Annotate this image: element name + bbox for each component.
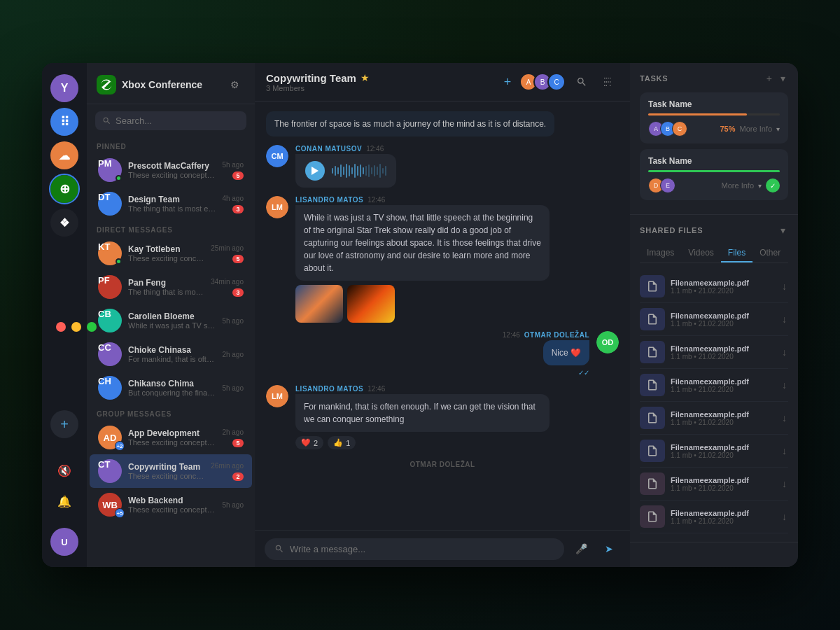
search-input[interactable]: [115, 115, 239, 126]
workspace-settings-button[interactable]: ⚙: [224, 74, 245, 95]
workspace-name: Xbox Conference: [97, 75, 202, 94]
message-sender-conan: CONAN MATUSOV: [295, 145, 362, 153]
shared-files-section: SHARED FILES ▾ Images Videos Files Other…: [630, 215, 798, 542]
chat-search-button[interactable]: [571, 71, 592, 92]
add-member-button[interactable]: +: [497, 71, 518, 92]
contact-item-chikanso[interactable]: CH Chikanso Chima But conquering the fin…: [90, 371, 252, 405]
file-name-5: Filenameexample.pdf: [671, 410, 775, 419]
audio-bubble[interactable]: [295, 154, 396, 188]
typing-indicator: OTMAR DOLEŽAL: [266, 458, 619, 471]
reaction-like[interactable]: 👍 1: [328, 436, 356, 449]
tasks-label: TASKS: [640, 74, 668, 83]
task-complete-icon-2: ✓: [766, 178, 780, 192]
search-bar[interactable]: [95, 111, 246, 130]
message-row-otmar: OD 12:46 OTMAR DOLEŽAL Nice ❤️ ✓✓: [266, 331, 619, 377]
contacts-header: Xbox Conference ⚙: [87, 63, 255, 104]
message-time-otmar: 12:46: [503, 331, 520, 339]
file-meta-4: 1.1 mb • 21.02.2020: [671, 386, 775, 393]
contact-badge-prescott: 5: [232, 172, 244, 180]
contact-item-copywriting[interactable]: CT Copywriting Team These exciting conce…: [90, 454, 252, 488]
chat-subtitle: 3 Members: [266, 84, 370, 92]
file-thumb-3: [640, 341, 665, 363]
search-icon: [102, 116, 111, 125]
message-bubble-lisandro-2: For mankind, that is often enough. If we…: [295, 394, 550, 432]
workspace-icon-xbox[interactable]: ⊕: [50, 175, 78, 203]
add-workspace-button[interactable]: +: [50, 410, 78, 438]
file-item-3: Filenameexample.pdf 1.1 mb • 21.02.2020 …: [640, 336, 788, 369]
more-info-button-2[interactable]: More Info: [722, 181, 754, 190]
contact-preview-prescott: These exciting concepts seem...: [128, 171, 216, 179]
bell-icon[interactable]: 🔔: [52, 489, 77, 514]
download-button-1[interactable]: ↓: [780, 279, 788, 293]
task-card-1: Task Name A B C 75% More Info ▾: [640, 92, 788, 144]
chat-filter-button[interactable]: [598, 71, 619, 92]
workspace-icon-y[interactable]: Y: [50, 74, 78, 102]
files-collapse-button[interactable]: ▾: [778, 223, 788, 237]
message-bubble-system: The frontier of space is as much a journ…: [266, 111, 554, 136]
workspace-icon-bb[interactable]: ❖: [50, 209, 78, 237]
chat-panel: Copywriting Team ★ 3 Members + A B C: [255, 63, 630, 567]
message-input[interactable]: [290, 544, 554, 554]
download-button-5[interactable]: ↓: [780, 411, 788, 425]
file-meta-7: 1.1 mb • 21.02.2020: [671, 484, 775, 492]
file-name-3: Filenameexample.pdf: [671, 344, 775, 353]
mic-button[interactable]: 🎤: [570, 538, 592, 560]
tab-videos[interactable]: Videos: [681, 244, 720, 262]
file-meta-5: 1.1 mb • 21.02.2020: [671, 419, 775, 426]
mute-icon[interactable]: 🔇: [52, 458, 77, 483]
chat-header: Copywriting Team ★ 3 Members + A B C: [255, 63, 630, 102]
contact-item-prescott[interactable]: PM Prescott MacCaffery These exciting co…: [90, 153, 252, 187]
workspace-avatar: [97, 75, 116, 94]
traffic-light-red[interactable]: [56, 322, 66, 332]
dm-label: DIRECT MESSAGES: [87, 220, 255, 237]
play-button[interactable]: [305, 161, 325, 181]
pinned-label: PINNED: [87, 137, 255, 153]
image-thumb-fire[interactable]: [347, 285, 395, 323]
download-button-7[interactable]: ↓: [780, 477, 788, 491]
tab-images[interactable]: Images: [640, 244, 681, 262]
contact-item-app-dev[interactable]: AD +2 App Development These exciting con…: [90, 421, 252, 454]
tab-other[interactable]: Other: [752, 244, 788, 262]
download-button-3[interactable]: ↓: [780, 345, 788, 359]
right-panel: TASKS + ▾ Task Name A B C: [630, 63, 798, 567]
contact-item-carolien[interactable]: CB Carolien Bloeme While it was just a T…: [90, 304, 252, 337]
message-time-lisandro-2: 12:46: [368, 385, 385, 393]
contact-item-pan-feng[interactable]: PF Pan Feng The thing that is most excit…: [90, 270, 252, 304]
user-avatar-icon[interactable]: U: [50, 528, 78, 556]
star-icon[interactable]: ★: [360, 72, 370, 83]
download-button-4[interactable]: ↓: [780, 378, 788, 392]
tasks-collapse-button[interactable]: ▾: [778, 71, 788, 85]
contact-item-design-team[interactable]: DT Design Team The thing that is most ex…: [90, 187, 252, 220]
contact-item-kay[interactable]: KT Kay Totleben These exciting concepts …: [90, 237, 252, 270]
more-info-button-1[interactable]: More Info: [740, 125, 772, 133]
tasks-add-button[interactable]: +: [764, 71, 775, 85]
message-sender-lisandro-2: LISANDRO MATOS: [295, 385, 363, 393]
more-info-chevron-1: ▾: [776, 125, 780, 133]
message-input-wrap[interactable]: [265, 538, 564, 560]
file-item-4: Filenameexample.pdf 1.1 mb • 21.02.2020 …: [640, 369, 788, 402]
message-row-system: The frontier of space is as much a journ…: [266, 111, 619, 136]
member-avatars: A B C: [524, 73, 566, 91]
download-button-6[interactable]: ↓: [780, 444, 788, 458]
contact-item-web-backend[interactable]: WB +5 Web Backend These exciting concept…: [90, 488, 252, 522]
message-time-lisandro-1: 12:46: [368, 196, 385, 204]
send-button[interactable]: ➤: [598, 538, 620, 560]
workspace-icon-dots[interactable]: ⠿: [50, 108, 78, 136]
contact-time-prescott: 5h ago: [222, 161, 244, 169]
traffic-light-green[interactable]: [87, 322, 97, 332]
download-button-2[interactable]: ↓: [780, 312, 788, 326]
image-thumb-building[interactable]: [295, 285, 343, 323]
contact-item-chioke[interactable]: CC Chioke Chinasa For mankind, that is o…: [90, 337, 252, 371]
download-button-8[interactable]: ↓: [780, 510, 788, 524]
workspace-icon-cloud[interactable]: ☁: [50, 141, 78, 169]
reaction-heart[interactable]: ❤️ 2: [295, 436, 323, 449]
file-name-4: Filenameexample.pdf: [671, 377, 775, 386]
contact-time-design-team: 4h ago: [222, 195, 244, 202]
svg-marker-0: [312, 167, 318, 175]
message-row-lisandro-2: LM LISANDRO MATOS 12:46 For mankind, tha…: [266, 385, 619, 449]
contact-name-design-team: Design Team: [128, 195, 216, 204]
icon-bar: Y ⠿ ☁ ⊕ ❖ + 🔇 🔔 U: [42, 63, 87, 567]
tab-files[interactable]: Files: [721, 244, 752, 262]
traffic-light-yellow[interactable]: [71, 322, 81, 332]
file-meta-2: 1.1 mb • 21.02.2020: [671, 320, 775, 328]
